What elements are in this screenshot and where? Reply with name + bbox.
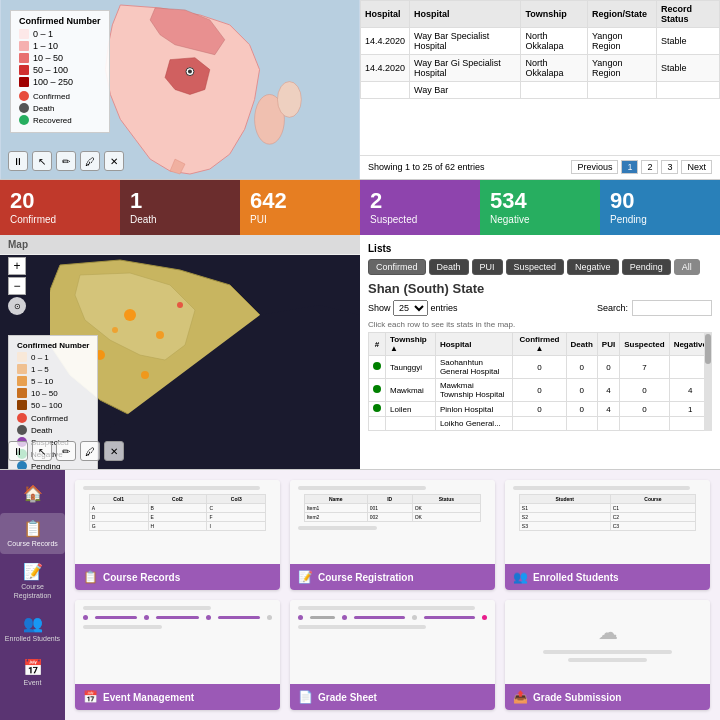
stat-confirmed[interactable]: 20 Confirmed xyxy=(0,180,120,235)
dot-line-3 xyxy=(218,616,260,619)
card-preview-grade-submission: ☁ xyxy=(505,600,710,684)
course-card-grade-submission: ☁ 📤 Grade Submission xyxy=(505,600,710,710)
legend-label-50-100: 50 – 100 xyxy=(33,65,68,75)
stats-bar: 20 Confirmed 1 Death 642 PUI 2 Suspected… xyxy=(0,180,720,235)
close-button-mid[interactable]: ✕ xyxy=(104,441,124,461)
sidebar-enrolled-label: Enrolled Students xyxy=(5,635,60,643)
mid-color-10-50 xyxy=(17,388,27,398)
filter-all-button[interactable]: All xyxy=(674,259,700,275)
filter-pending-button[interactable]: Pending xyxy=(622,259,671,275)
hospital-1: Saohanhtun General Hospital xyxy=(435,356,513,379)
page-1-button[interactable]: 1 xyxy=(621,160,638,174)
course-card-enrolled: StudentCourse S1C1 S2C2 S3C3 👥 Enrolled … xyxy=(505,480,710,590)
row-indicator-1 xyxy=(373,362,381,370)
list-item[interactable]: Taunggyi Saohanhtun General Hospital 0 0… xyxy=(369,356,712,379)
draw-button-mid[interactable]: ✏ xyxy=(56,441,76,461)
stat-pui[interactable]: 642 PUI xyxy=(240,180,360,235)
table-row[interactable]: 14.4.2020 Way Bar Gi Specialist Hospital… xyxy=(361,55,720,82)
filter-death-button[interactable]: Death xyxy=(429,259,469,275)
confirmed-number: 20 xyxy=(10,190,110,212)
township-1: Taunggyi xyxy=(386,356,436,379)
confirmed-label: Confirmed xyxy=(10,214,110,225)
sidebar-item-event[interactable]: 📅 Event xyxy=(0,652,65,693)
cell-status2: Stable xyxy=(656,55,719,82)
upload-icon: ☁ xyxy=(598,620,618,644)
table-row[interactable]: Way Bar xyxy=(361,82,720,99)
sidebar-item-course-records[interactable]: 📋 Course Records xyxy=(0,513,65,554)
show-count-select[interactable]: 2550 xyxy=(393,300,428,316)
next-page-button[interactable]: Next xyxy=(681,160,712,174)
region-title: Shan (South) State xyxy=(368,281,712,296)
suspected-number: 2 xyxy=(370,190,470,212)
stat-negative[interactable]: 534 Negative xyxy=(480,180,600,235)
stat-pending[interactable]: 90 Pending xyxy=(600,180,720,235)
township-4 xyxy=(386,417,436,431)
show-label: Show xyxy=(368,303,391,313)
legend-item-1-10: 1 – 10 xyxy=(19,41,101,51)
enrolled-students-button[interactable]: 👥 Enrolled Students xyxy=(505,564,710,590)
filter-negative-button[interactable]: Negative xyxy=(567,259,619,275)
course-registration-button-label: Course Registration xyxy=(318,572,414,583)
death-label: Death xyxy=(130,214,230,225)
search-input[interactable] xyxy=(632,300,712,316)
table-row[interactable]: 14.4.2020 Way Bar Specialist Hospital No… xyxy=(361,28,720,55)
sidebar-course-reg-label: Course Registration xyxy=(4,583,61,600)
stat-death[interactable]: 1 Death xyxy=(120,180,240,235)
filter-buttons-group: Confirmed Death PUI Suspected Negative P… xyxy=(368,259,712,275)
table-scrollbar[interactable] xyxy=(704,332,712,431)
sidebar-item-course-registration[interactable]: 📝 Course Registration xyxy=(0,556,65,606)
card-preview-registration: NameIDStatus Item1001OK Item2002OK xyxy=(290,480,495,564)
filter-confirmed-button[interactable]: Confirmed xyxy=(368,259,426,275)
mid-color-0-1 xyxy=(17,352,27,362)
legend-color-10-50 xyxy=(19,53,29,63)
row-indicator-cell xyxy=(369,356,386,379)
legend-dot-death-color xyxy=(19,103,29,113)
page-3-button[interactable]: 3 xyxy=(661,160,678,174)
preview-line-7 xyxy=(298,606,475,610)
sidebar-nav: 🏠 📋 Course Records 📝 Course Registration… xyxy=(0,470,65,720)
pause-button-mid[interactable]: ⏸ xyxy=(8,441,28,461)
suspected-2: 0 xyxy=(620,379,669,402)
pending-label: Pending xyxy=(610,214,710,225)
card-preview-event xyxy=(75,600,280,684)
prev-page-button[interactable]: Previous xyxy=(571,160,618,174)
cursor-button-top[interactable]: ↖ xyxy=(32,151,52,171)
cell-hospital3: Way Bar xyxy=(410,82,521,99)
pause-button-top[interactable]: ⏸ xyxy=(8,151,28,171)
sidebar-item-enrolled-students[interactable]: 👥 Enrolled Students xyxy=(0,608,65,649)
scrollbar-thumb xyxy=(705,334,711,364)
cell-township1: North Okkalapa xyxy=(521,28,588,55)
zoom-in-button[interactable]: + xyxy=(8,257,26,275)
filter-suspected-button[interactable]: Suspected xyxy=(506,259,565,275)
course-records-button-label: Course Records xyxy=(103,572,180,583)
course-registration-button[interactable]: 📝 Course Registration xyxy=(290,564,495,590)
edit-button-top[interactable]: ✏ xyxy=(56,151,76,171)
course-card-event: 📅 Event Management xyxy=(75,600,280,710)
filter-pui-button[interactable]: PUI xyxy=(472,259,503,275)
pen-button-mid[interactable]: 🖊 xyxy=(80,441,100,461)
map-label: Map xyxy=(8,239,28,250)
map-zoom-controls: + − xyxy=(8,257,26,295)
cursor-button-mid[interactable]: ↖ xyxy=(32,441,52,461)
preview-line-3 xyxy=(298,526,377,530)
event-management-button[interactable]: 📅 Event Management xyxy=(75,684,280,710)
sidebar-item-home[interactable]: 🏠 xyxy=(0,478,65,511)
page-2-button[interactable]: 2 xyxy=(641,160,658,174)
zoom-out-button[interactable]: − xyxy=(8,277,26,295)
township-3: Loilen xyxy=(386,402,436,417)
grade-sheet-button[interactable]: 📄 Grade Sheet xyxy=(290,684,495,710)
list-item[interactable]: Mawkmai Mawkmai Township Hospital 0 0 4 … xyxy=(369,379,712,402)
grade-submission-button[interactable]: 📤 Grade Submission xyxy=(505,684,710,710)
records-table: Hospital Hospital Township Region/State … xyxy=(360,0,720,99)
list-item[interactable]: Loilen Pinlon Hospital 0 0 4 0 1 xyxy=(369,402,712,417)
stat-suspected[interactable]: 2 Suspected xyxy=(360,180,480,235)
mid-legend-10-50: 10 – 50 xyxy=(17,388,89,398)
list-item[interactable]: Loikho General... xyxy=(369,417,712,431)
mid-dot-pending: Pending xyxy=(17,461,89,469)
pen-button-top[interactable]: 🖊 xyxy=(80,151,100,171)
svg-point-9 xyxy=(177,302,183,308)
close-button-top[interactable]: ✕ xyxy=(104,151,124,171)
course-records-button[interactable]: 📋 Course Records xyxy=(75,564,280,590)
confirmed-2: 0 xyxy=(513,379,566,402)
map-panel-mid: Map + − ⊙ Confirme xyxy=(0,235,360,469)
